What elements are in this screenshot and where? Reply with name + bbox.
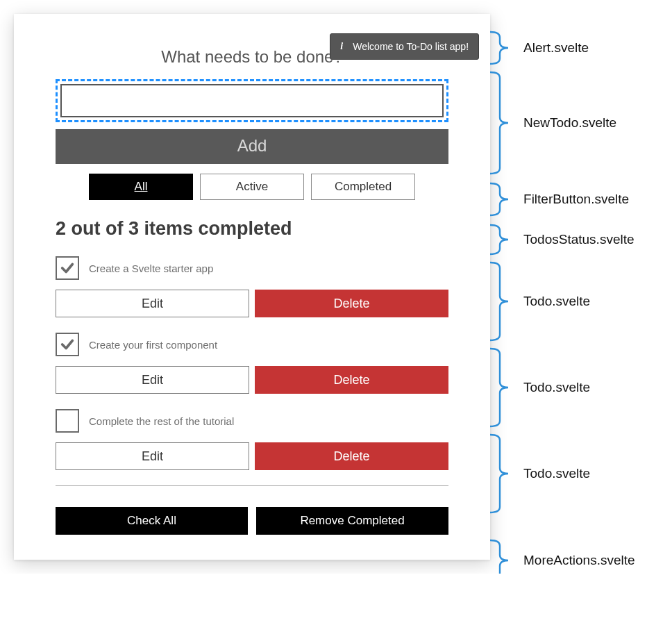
annotation-label: TodosStatus.svelte [523, 232, 634, 247]
delete-button[interactable]: Delete [255, 442, 448, 470]
todo-checkbox[interactable] [56, 409, 79, 433]
app-card: i Welcome to To-Do list app! What needs … [14, 14, 490, 560]
todo-label: Create your first component [89, 339, 217, 351]
add-button[interactable]: Add [56, 129, 448, 164]
annotation: Todo.svelte [489, 433, 590, 514]
info-icon: i [340, 41, 347, 52]
check-all-button[interactable]: Check All [56, 507, 248, 535]
annotation-label: Todo.svelte [523, 466, 590, 481]
edit-button[interactable]: Edit [56, 290, 249, 317]
filter-buttons: All Active Completed [56, 174, 448, 200]
annotation: Alert.svelte [489, 31, 589, 65]
new-todo-focus-ring [56, 79, 448, 122]
delete-button[interactable]: Delete [255, 366, 448, 394]
todo-label: Complete the rest of the tutorial [89, 415, 234, 427]
todo-label: Create a Svelte starter app [89, 262, 213, 274]
todo-checkbox[interactable] [56, 256, 79, 280]
annotation: TodosStatus.svelte [489, 224, 634, 256]
edit-button[interactable]: Edit [56, 366, 249, 394]
alert: i Welcome to To-Do list app! [330, 33, 479, 60]
alert-text: Welcome to To-Do list app! [353, 41, 469, 52]
todo-item: Complete the rest of the tutorial Edit D… [56, 409, 448, 470]
remove-completed-button[interactable]: Remove Completed [256, 507, 448, 535]
separator [56, 485, 448, 486]
annotation: NewTodo.svelte [489, 71, 616, 175]
todo-item: Create your first component Edit Delete [56, 333, 448, 394]
annotation-label: MoreActions.svelte [523, 553, 635, 568]
todo-checkbox[interactable] [56, 333, 79, 356]
todo-item: Create a Svelte starter app Edit Delete [56, 256, 448, 317]
check-icon [60, 337, 75, 352]
annotation-label: Todo.svelte [523, 294, 590, 309]
check-icon [60, 260, 75, 276]
filter-active[interactable]: Active [200, 174, 304, 200]
annotation: Todo.svelte [489, 347, 590, 428]
filter-completed[interactable]: Completed [311, 174, 415, 200]
annotation: Todo.svelte [489, 261, 590, 342]
new-todo-input[interactable] [60, 84, 444, 117]
annotation-label: NewTodo.svelte [523, 115, 616, 131]
annotation: MoreActions.svelte [489, 539, 635, 574]
annotation-label: FilterButton.svelte [523, 192, 629, 207]
annotation-label: Alert.svelte [523, 40, 589, 56]
todos-status: 2 out of 3 items completed [56, 218, 448, 240]
annotation-label: Todo.svelte [523, 380, 590, 395]
more-actions: Check All Remove Completed [56, 507, 448, 535]
edit-button[interactable]: Edit [56, 442, 249, 470]
filter-all[interactable]: All [89, 174, 193, 200]
delete-button[interactable]: Delete [255, 290, 448, 317]
annotation: FilterButton.svelte [489, 182, 629, 217]
